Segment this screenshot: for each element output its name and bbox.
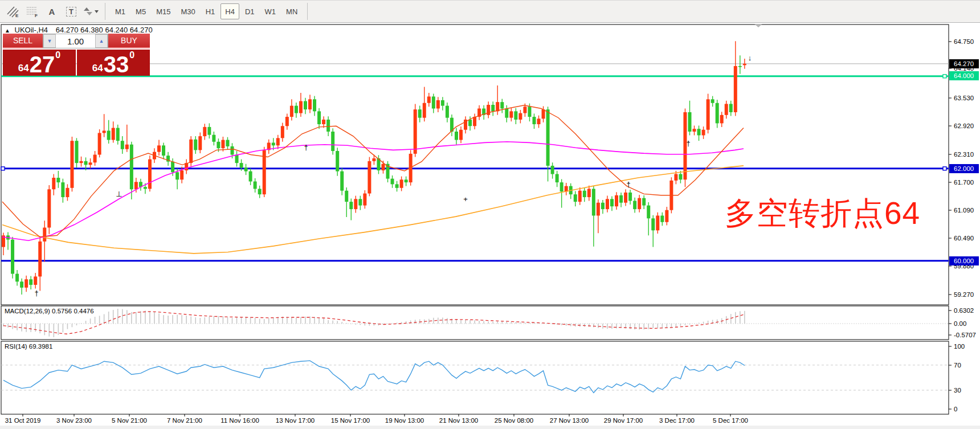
chart-mark: ⊥ [116,190,122,198]
svg-text:30: 30 [954,387,961,394]
one-click-trade-panel: SELL ▼ ▲ BUY 64 27 0 64 33 0 [3,34,150,76]
svg-text:-0.5707: -0.5707 [954,332,976,338]
svg-text:27 Nov 13:00: 27 Nov 13:00 [550,417,589,424]
svg-text:11 Nov 16:00: 11 Nov 16:00 [220,417,259,424]
svg-text:13 Nov 17:00: 13 Nov 17:00 [276,417,315,424]
svg-text:7 Nov 21:00: 7 Nov 21:00 [167,417,202,424]
svg-text:15 Nov 17:00: 15 Nov 17:00 [331,417,370,424]
chart-mark: + [463,195,468,203]
svg-text:70: 70 [954,362,961,369]
svg-text:61.700: 61.700 [954,179,974,186]
buy-price-sup: 0 [129,51,134,60]
sell-price-prefix: 64 [18,63,29,73]
svg-text:0.6302: 0.6302 [954,307,974,314]
buy-price-big: 33 [104,54,129,75]
ohlc-high: 64.380 [80,26,103,34]
svg-text:5 Nov 21:00: 5 Nov 21:00 [112,417,147,424]
svg-text:60.490: 60.490 [954,235,974,242]
chart-mark: ↓ [748,54,752,62]
svg-text:63.530: 63.530 [954,95,974,101]
svg-text:62.310: 62.310 [954,151,974,158]
volume-increase-button[interactable]: ▲ [95,34,108,48]
volume-spinner: ▼ ▲ [43,34,108,48]
svg-text:62.000: 62.000 [954,165,974,172]
svg-text:64.000: 64.000 [954,72,974,79]
time-axis[interactable]: 31 Oct 20193 Nov 23:005 Nov 21:007 Nov 2… [0,414,980,429]
svg-text:3 Nov 23:00: 3 Nov 23:00 [56,417,92,424]
svg-text:21 Nov 13:00: 21 Nov 13:00 [439,417,478,424]
svg-text:25 Nov 08:00: 25 Nov 08:00 [495,417,533,424]
svg-text:5 Dec 17:00: 5 Dec 17:00 [713,417,748,424]
chart-mark: † [626,180,630,189]
support-62-line-handle[interactable] [943,167,946,170]
chart-text-annotation[interactable]: 多空转折点64 [725,193,920,235]
rsi-label: RSI(14) 69.3981 [5,343,52,350]
sell-price-display[interactable]: 64 27 0 [3,50,76,76]
svg-text:19 Nov 13:00: 19 Nov 13:00 [385,417,424,424]
svg-text:62.920: 62.920 [954,122,974,129]
svg-text:3 Dec 17:00: 3 Dec 17:00 [659,417,695,424]
resistance-64-line-handle[interactable] [943,75,946,78]
ohlc-open: 64.270 [56,26,79,34]
sell-button[interactable]: SELL [3,34,43,48]
svg-text:61.090: 61.090 [954,207,974,214]
svg-text:60.000: 60.000 [954,258,974,264]
svg-text:100: 100 [954,343,965,350]
svg-text:31 Oct 2019: 31 Oct 2019 [5,417,41,424]
rsi-pane[interactable] [1,341,949,414]
svg-text:59.270: 59.270 [954,291,974,298]
sell-price-big: 27 [30,54,55,75]
svg-text:0.00: 0.00 [954,320,966,327]
svg-text:64.270: 64.270 [954,60,974,67]
chart-mark: † [686,139,690,148]
collapse-triangle-icon[interactable]: ▲ [5,27,10,34]
svg-text:0: 0 [954,406,957,412]
volume-decrease-button[interactable]: ▼ [43,34,56,48]
chart-symbol-header: ▲ UKOil-,H4 64.270 64.380 64.240 64.270 [5,26,153,34]
volume-input[interactable] [56,34,95,48]
buy-button[interactable]: BUY [108,34,150,48]
ohlc-low: 64.240 [105,26,128,34]
ohlc-close: 64.270 [130,26,153,34]
chart-mark: † [34,289,38,297]
symbol-name: UKOil-,H4 [15,26,48,34]
sell-price-sup: 0 [55,51,60,60]
macd-label: MACD(12,26,9) 0.5756 0.4476 [5,308,94,314]
chart-mark: † [304,143,308,152]
svg-text:64.750: 64.750 [954,38,974,45]
price-axis[interactable]: 64.75064.14063.53062.92062.31061.70061.0… [949,38,979,298]
buy-price-prefix: 64 [92,63,103,73]
svg-text:29 Nov 17:00: 29 Nov 17:00 [604,417,643,424]
trading-terminal-window: { "toolbar": { "tools": [ {"name": "equi… [0,0,980,429]
support-62-line-handle[interactable] [1,167,5,170]
buy-price-display[interactable]: 64 33 0 [77,50,150,76]
